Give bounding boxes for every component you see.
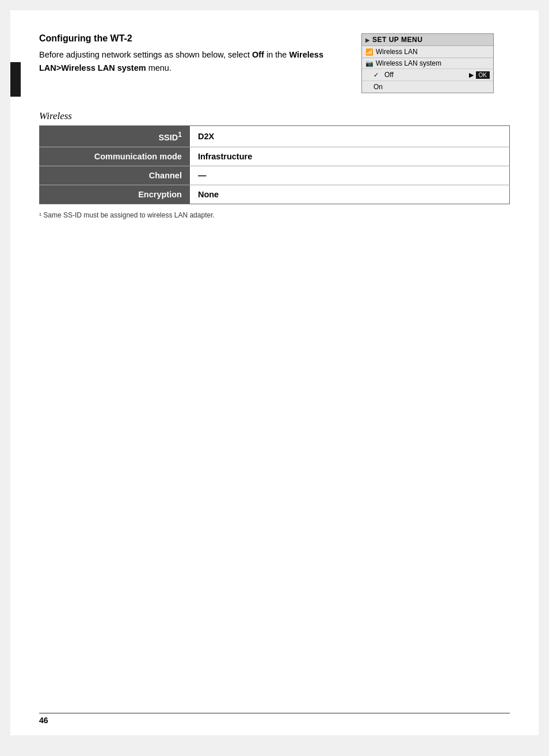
intro-off: Off xyxy=(252,50,264,59)
option-on-label: On xyxy=(373,83,383,91)
table-value-0: D2X xyxy=(190,126,510,147)
camera-menu: ▶ SET UP MENU 📶 Wireless LAN 📷 Wireless … xyxy=(361,33,494,93)
table-value-3: None xyxy=(190,185,510,204)
camera-menu-title: SET UP MENU xyxy=(372,36,422,44)
table-row: Communication modeInfrastructure xyxy=(40,147,510,166)
camera-menu-subtitle: 📶 Wireless LAN xyxy=(362,46,493,58)
table-row: Channel— xyxy=(40,166,510,185)
table-label-3: Encryption xyxy=(40,185,190,204)
arrow-icon: ▶ xyxy=(469,71,474,79)
wifi-icon: 📶 xyxy=(365,48,373,56)
table-value-1: Infrastructure xyxy=(190,147,510,166)
intro-block: Configuring the WT-2 Before adjusting ne… xyxy=(39,33,338,75)
play-icon: ▶ xyxy=(365,37,370,43)
table-row: SSID1D2X xyxy=(40,126,510,147)
camera-icon: 📷 xyxy=(365,60,373,67)
camera-menu-title-row: ▶ SET UP MENU xyxy=(362,34,493,46)
page-number: 46 xyxy=(39,713,510,725)
intro-part3: menu. xyxy=(146,63,171,72)
intro-text: Before adjusting network settings as sho… xyxy=(39,48,338,75)
table-value-2: — xyxy=(190,166,510,185)
camera-menu-row1: 📷 Wireless LAN system xyxy=(362,58,493,69)
section-title: Configuring the WT-2 xyxy=(39,33,338,44)
camera-row1-label: Wireless LAN system xyxy=(376,59,441,67)
page-content: Configuring the WT-2 Before adjusting ne… xyxy=(10,10,539,735)
wireless-heading: Wireless xyxy=(39,110,510,122)
table-label-0: SSID1 xyxy=(40,126,190,147)
footnote: ¹ Same SS-ID must be assigned to wireles… xyxy=(39,211,510,219)
table-label-1: Communication mode xyxy=(40,147,190,166)
ok-button[interactable]: OK xyxy=(476,71,490,79)
intro-part1: Before adjusting network settings as sho… xyxy=(39,50,252,59)
camera-menu-subtitle-label: Wireless LAN xyxy=(376,48,418,56)
option-off-label: Off xyxy=(384,71,394,79)
table-label-2: Channel xyxy=(40,166,190,185)
intro-part2: in the xyxy=(264,50,289,59)
table-row: EncryptionNone xyxy=(40,185,510,204)
wireless-table: SSID1D2XCommunication modeInfrastructure… xyxy=(39,125,510,204)
header-section: Configuring the WT-2 Before adjusting ne… xyxy=(39,33,510,93)
checkmark-icon: ✓ xyxy=(373,71,379,79)
camera-option-on-row: On xyxy=(362,81,493,93)
camera-option-off-row: ✓ Off ▶ OK xyxy=(362,69,493,81)
